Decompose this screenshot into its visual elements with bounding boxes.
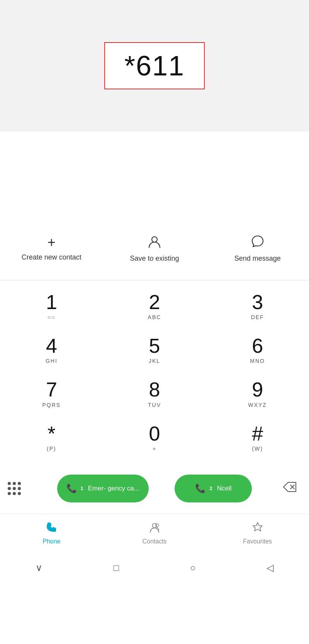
send-message-label: Send message (234, 255, 281, 263)
tab-bar: Phone Contacts Favourites (0, 514, 309, 552)
nav-down-button[interactable]: ∨ (28, 559, 50, 577)
number-box: *611 (104, 42, 205, 89)
middle-spacer (0, 132, 309, 217)
dial-key-9[interactable]: 9 WXYZ (206, 372, 309, 415)
dial-sub-star: (P) (47, 446, 56, 453)
emergency-call-button[interactable]: 📞 1 Emer- gency ca... (57, 475, 149, 502)
dial-key-hash[interactable]: # (W) (206, 416, 309, 460)
dial-key-star[interactable]: * (P) (0, 416, 103, 460)
dial-digit-hash: # (252, 423, 263, 445)
dial-digit-6: 6 (252, 335, 263, 357)
create-new-contact-label: Create new contact (22, 253, 81, 261)
dial-digit-4: 4 (46, 335, 57, 357)
dial-key-8[interactable]: 8 TUV (103, 372, 206, 415)
dial-sub-2: ABC (148, 314, 161, 321)
dial-key-5[interactable]: 5 JKL (103, 328, 206, 372)
save-to-existing-button[interactable]: Save to existing (103, 227, 206, 270)
bottom-action-bar: 📞 1 Emer- gency ca... 📞 2 Ncell (0, 463, 309, 514)
contacts-tab-label: Contacts (142, 538, 166, 545)
backspace-button[interactable] (278, 482, 301, 495)
dial-digit-3: 3 (252, 291, 263, 313)
favourites-tab-label: Favourites (243, 538, 272, 545)
tab-contacts[interactable]: Contacts (103, 518, 206, 549)
favourites-tab-icon (252, 521, 263, 536)
dialpad: 1 ○○ 2 ABC 3 DEF 4 GHI 5 JKL 6 MNO 7 PQR… (0, 280, 309, 463)
dialpad-row-1: 1 ○○ 2 ABC 3 DEF (0, 284, 309, 328)
ncell-call-label: Ncell (217, 485, 232, 492)
ncell-call-button[interactable]: 📞 2 Ncell (175, 475, 252, 502)
dial-digit-0: 0 (149, 423, 160, 445)
dial-digit-2: 2 (149, 291, 160, 313)
phone-tab-icon (46, 521, 57, 536)
plus-icon: + (48, 236, 56, 249)
dial-sub-hash: (W) (252, 446, 263, 453)
call-icon-1: 📞 (66, 483, 77, 494)
person-icon (148, 234, 161, 251)
number-display-area: *611 (0, 0, 309, 132)
system-nav-bar: ∨ □ ○ ◁ (0, 552, 309, 583)
dialpad-row-3: 7 PQRS 8 TUV 9 WXYZ (0, 372, 309, 415)
dial-sub-8: TUV (148, 402, 161, 409)
create-new-contact-button[interactable]: + Create new contact (0, 228, 103, 269)
dialpad-toggle-button[interactable] (8, 482, 31, 495)
tab-favourites[interactable]: Favourites (206, 518, 309, 549)
tab-phone[interactable]: Phone (0, 518, 103, 549)
svg-point-4 (156, 524, 159, 527)
dial-sub-7: PQRS (42, 402, 61, 409)
chat-icon (251, 234, 265, 251)
phone-tab-label: Phone (42, 538, 60, 545)
dialpad-row-4: * (P) 0 + # (W) (0, 416, 309, 460)
dial-sub-5: JKL (149, 358, 160, 365)
nav-home-button[interactable]: ○ (182, 559, 204, 577)
dots-grid-icon (8, 482, 31, 495)
dial-sub-3: DEF (251, 314, 264, 321)
dial-key-2[interactable]: 2 ABC (103, 284, 206, 328)
dialpad-row-2: 4 GHI 5 JKL 6 MNO (0, 328, 309, 372)
dial-key-1[interactable]: 1 ○○ (0, 284, 103, 328)
dial-key-0[interactable]: 0 + (103, 416, 206, 460)
emergency-call-label: Emer- gency ca... (88, 485, 139, 492)
contacts-tab-icon (149, 521, 160, 536)
dial-sub-6: MNO (250, 358, 265, 365)
dial-key-4[interactable]: 4 GHI (0, 328, 103, 372)
svg-point-0 (152, 237, 157, 242)
dial-digit-1: 1 (46, 291, 57, 313)
dial-digit-8: 8 (149, 379, 160, 401)
dialed-number: *611 (124, 50, 185, 81)
send-message-button[interactable]: Send message (206, 227, 309, 270)
call-num-2: 2 (209, 485, 212, 491)
dial-key-7[interactable]: 7 PQRS (0, 372, 103, 415)
dial-sub-0: + (153, 446, 156, 453)
call-icon-2: 📞 (195, 483, 205, 494)
dial-key-3[interactable]: 3 DEF (206, 284, 309, 328)
actions-row: + Create new contact Save to existing Se… (0, 217, 309, 280)
nav-recents-button[interactable]: □ (106, 559, 127, 577)
save-to-existing-label: Save to existing (130, 255, 179, 263)
dial-sub-9: WXYZ (248, 402, 267, 409)
dial-digit-5: 5 (149, 335, 160, 357)
dial-digit-7: 7 (46, 379, 57, 401)
dial-sub-1: ○○ (48, 314, 56, 321)
call-num-1: 1 (81, 485, 83, 491)
dial-digit-star: * (48, 423, 55, 445)
dial-digit-9: 9 (252, 379, 263, 401)
dial-key-6[interactable]: 6 MNO (206, 328, 309, 372)
dial-sub-4: GHI (46, 358, 58, 365)
svg-marker-5 (253, 523, 262, 531)
nav-back-button[interactable]: ◁ (259, 559, 281, 577)
